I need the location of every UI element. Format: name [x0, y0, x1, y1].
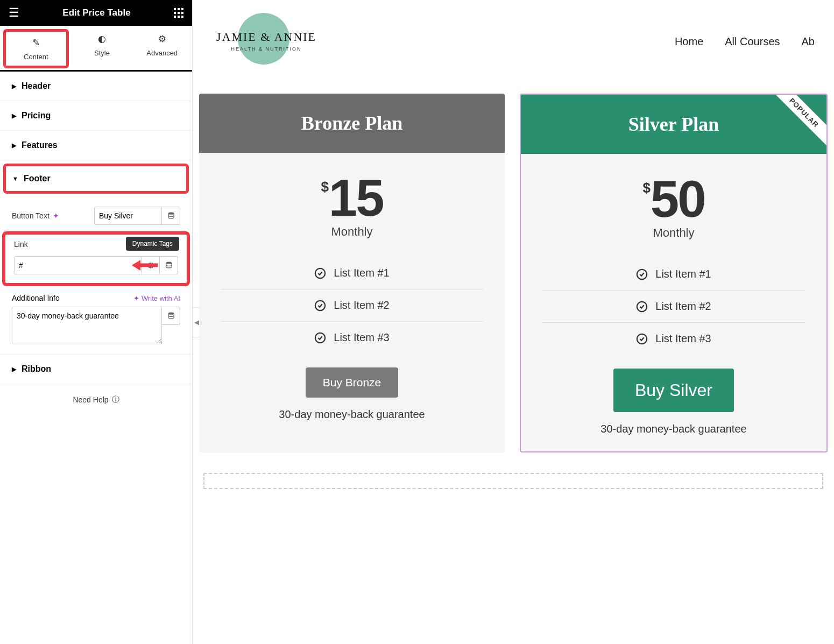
- pencil-icon: ✎: [6, 37, 66, 48]
- add-section-placeholder[interactable]: [203, 473, 823, 489]
- tab-advanced-label: Advanced: [146, 49, 178, 57]
- section-footer[interactable]: ▼Footer: [3, 164, 189, 194]
- card-title: Bronze Plan: [199, 94, 505, 153]
- guarantee-text: 30-day money-back guarantee: [521, 423, 826, 451]
- section-features-label: Features: [22, 140, 58, 150]
- editor-tabs: ✎ Content ◐ Style ⚙ Advanced: [0, 26, 192, 72]
- feature-item: List Item #3: [221, 322, 483, 353]
- section-header[interactable]: ▶Header: [0, 72, 192, 101]
- pricing-card-bronze[interactable]: Bronze Plan$15MonthlyList Item #1List It…: [199, 94, 505, 452]
- button-text-label: Button Text✦: [12, 211, 94, 220]
- button-text-input[interactable]: [94, 207, 162, 225]
- link-options-button[interactable]: ⚙: [142, 256, 160, 274]
- check-icon: [636, 333, 648, 345]
- nav-courses[interactable]: All Courses: [725, 36, 780, 48]
- tab-style-label: Style: [94, 49, 110, 57]
- caret-right-icon: ▶: [12, 112, 16, 119]
- menu-icon[interactable]: ☰: [9, 6, 19, 20]
- need-help-link[interactable]: Need Helpⓘ: [0, 384, 192, 415]
- site-nav: Home All Courses Ab: [675, 36, 815, 48]
- svg-point-11: [168, 312, 174, 314]
- check-icon: [636, 301, 648, 313]
- nav-home[interactable]: Home: [675, 36, 703, 48]
- card-period: Monthly: [526, 226, 821, 240]
- nav-about[interactable]: Ab: [802, 36, 815, 48]
- svg-text:HEALTH & NUTRITION: HEALTH & NUTRITION: [231, 46, 302, 52]
- buy-button[interactable]: Buy Silver: [613, 369, 734, 412]
- card-price: $50: [526, 173, 821, 225]
- caret-right-icon: ▶: [12, 83, 16, 90]
- card-price: $15: [204, 172, 499, 224]
- sidebar-header: ☰ Edit Price Table: [0, 0, 192, 26]
- preview-canvas: ◀ JAMIE & ANNIE HEALTH & NUTRITION Home …: [193, 0, 834, 644]
- check-icon: [636, 268, 648, 280]
- svg-rect-3: [174, 12, 176, 14]
- write-with-ai-button[interactable]: ✦Write with AI: [133, 294, 180, 302]
- caret-down-icon: ▼: [12, 175, 18, 182]
- svg-rect-5: [181, 12, 183, 14]
- svg-rect-2: [181, 8, 183, 10]
- tab-content-label: Content: [24, 53, 48, 61]
- gear-icon: ⚙: [132, 33, 192, 45]
- dynamic-tags-tooltip: Dynamic Tags: [126, 237, 179, 251]
- help-icon: ⓘ: [112, 395, 119, 405]
- caret-right-icon: ▶: [12, 366, 16, 373]
- additional-info-label: Additional Info: [12, 294, 60, 302]
- feature-item: List Item #1: [542, 258, 805, 291]
- svg-point-9: [168, 212, 174, 214]
- svg-text:JAMIE & ANNIE: JAMIE & ANNIE: [216, 30, 316, 44]
- tab-content[interactable]: ✎ Content: [3, 29, 69, 68]
- svg-rect-6: [174, 16, 176, 18]
- contrast-icon: ◐: [72, 33, 132, 45]
- svg-rect-8: [181, 16, 183, 18]
- apps-icon[interactable]: [174, 8, 183, 18]
- check-icon: [314, 332, 326, 344]
- gear-icon: ⚙: [147, 260, 154, 271]
- section-footer-label: Footer: [24, 174, 51, 183]
- site-header: JAMIE & ANNIE HEALTH & NUTRITION Home Al…: [193, 0, 834, 83]
- database-icon[interactable]: [162, 307, 180, 325]
- database-icon[interactable]: [162, 207, 180, 225]
- tab-advanced[interactable]: ⚙ Advanced: [132, 26, 192, 70]
- sidebar-title: Edit Price Table: [19, 8, 174, 18]
- link-control-annotation: Link Dynamic Tags ⚙: [2, 231, 190, 286]
- editor-sidebar: ☰ Edit Price Table ✎ Content ◐ Style ⚙ A…: [0, 0, 193, 644]
- sparkle-icon: ✦: [53, 211, 59, 220]
- caret-right-icon: ▶: [12, 142, 16, 149]
- section-ribbon-label: Ribbon: [22, 364, 51, 374]
- section-header-label: Header: [22, 81, 51, 91]
- card-period: Monthly: [204, 225, 499, 239]
- section-pricing[interactable]: ▶Pricing: [0, 101, 192, 130]
- additional-info-textarea[interactable]: [12, 307, 162, 344]
- section-features[interactable]: ▶Features: [0, 131, 192, 160]
- svg-rect-1: [178, 8, 180, 10]
- section-ribbon[interactable]: ▶Ribbon: [0, 355, 192, 384]
- check-icon: [314, 267, 326, 279]
- section-pricing-label: Pricing: [22, 111, 51, 121]
- feature-item: List Item #2: [542, 291, 805, 323]
- guarantee-text: 30-day money-back guarantee: [199, 408, 505, 437]
- svg-point-10: [166, 261, 172, 264]
- tab-style[interactable]: ◐ Style: [72, 26, 132, 70]
- site-logo[interactable]: JAMIE & ANNIE HEALTH & NUTRITION: [204, 12, 328, 71]
- svg-rect-4: [178, 12, 180, 14]
- check-icon: [314, 300, 326, 312]
- card-title: Silver Plan: [521, 95, 826, 154]
- svg-rect-0: [174, 8, 176, 10]
- feature-item: List Item #1: [221, 257, 483, 289]
- svg-rect-7: [178, 16, 180, 18]
- buy-button[interactable]: Buy Bronze: [306, 367, 399, 398]
- feature-item: List Item #3: [542, 323, 805, 355]
- dynamic-tags-button[interactable]: [160, 256, 178, 274]
- sparkle-icon: ✦: [133, 294, 139, 302]
- link-input[interactable]: [14, 256, 142, 274]
- feature-item: List Item #2: [221, 289, 483, 322]
- pricing-card-silver[interactable]: POPULARSilver Plan$50MonthlyList Item #1…: [520, 94, 828, 452]
